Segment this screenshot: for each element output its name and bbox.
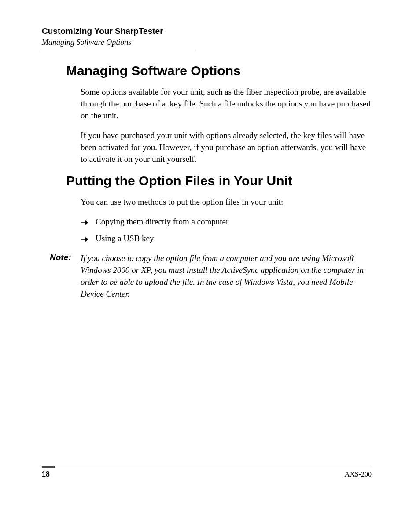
paragraph: You can use two methods to put the optio…: [81, 196, 372, 208]
list-item: Using a USB key: [81, 233, 372, 245]
paragraph: If you have purchased your unit with opt…: [81, 130, 372, 165]
arrow-icon: [81, 218, 89, 225]
list-item: Copying them directly from a computer: [81, 216, 372, 228]
body-block-2: You can use two methods to put the optio…: [81, 196, 372, 245]
document-page: Customizing Your SharpTester Managing So…: [0, 0, 420, 510]
section-name: Managing Software Options: [42, 38, 372, 47]
header-divider: [42, 50, 196, 50]
heading-managing-software-options: Managing Software Options: [66, 63, 372, 78]
note-block: Note: If you choose to copy the option f…: [50, 253, 372, 300]
note-label: Note:: [50, 253, 81, 300]
page-number: 18: [42, 470, 50, 478]
note-text: If you choose to copy the option file fr…: [81, 253, 372, 300]
arrow-icon: [81, 235, 89, 242]
heading-putting-option-files: Putting the Option Files in Your Unit: [66, 173, 372, 188]
list-item-text: Copying them directly from a computer: [96, 217, 228, 226]
bullet-list: Copying them directly from a computer Us…: [81, 216, 372, 245]
page-footer: 18 AXS-200: [42, 466, 372, 478]
chapter-title: Customizing Your SharpTester: [42, 26, 372, 36]
body-block-1: Some options available for your unit, su…: [81, 86, 372, 165]
model-number: AXS-200: [345, 470, 372, 478]
list-item-text: Using a USB key: [96, 234, 154, 243]
footer-divider: [42, 466, 372, 468]
footer-line: 18 AXS-200: [42, 470, 372, 478]
paragraph: Some options available for your unit, su…: [81, 86, 372, 122]
